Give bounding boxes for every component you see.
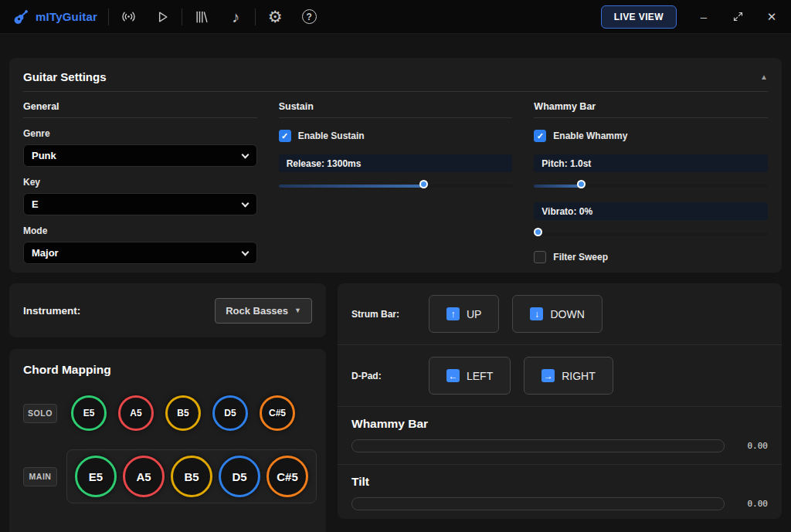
chord-label: E5 bbox=[89, 470, 103, 483]
whammy-section: Whammy Bar Enable Whammy Pitch: 1.0st Vi… bbox=[534, 101, 768, 264]
strum-up-label: UP bbox=[467, 308, 481, 320]
main-chord-group: E5A5B5D5C#5 bbox=[66, 449, 317, 503]
guitar-settings-panel: Guitar Settings ▲ General Genre Punk Key… bbox=[9, 58, 782, 273]
chord-label: B5 bbox=[177, 408, 188, 418]
chord-label: C#5 bbox=[269, 408, 286, 418]
chord-button-d5[interactable]: D5 bbox=[219, 456, 260, 497]
titlebar: mITyGuitar ♪ ⚙ ? bbox=[0, 0, 791, 34]
general-section: General Genre Punk Key E Mode Major bbox=[23, 101, 257, 264]
mode-label: Mode bbox=[23, 225, 257, 236]
up-arrow-icon: ↑ bbox=[446, 307, 460, 320]
whammy-bar-title: Whammy Bar bbox=[351, 417, 768, 431]
chord-label: B5 bbox=[184, 470, 199, 483]
live-view-button[interactable]: LIVE VIEW bbox=[601, 5, 677, 29]
enable-whammy-checkbox-row[interactable]: Enable Whammy bbox=[534, 130, 768, 142]
chord-button-b5[interactable]: B5 bbox=[171, 456, 212, 497]
chord-label: A5 bbox=[136, 470, 151, 483]
chord-button-a5[interactable]: A5 bbox=[123, 456, 165, 497]
filter-sweep-checkbox[interactable] bbox=[534, 251, 546, 263]
dpad-left-label: LEFT bbox=[467, 370, 493, 382]
chord-label: E5 bbox=[83, 408, 95, 418]
chord-label: A5 bbox=[130, 408, 141, 418]
guitar-icon bbox=[12, 8, 29, 25]
slider-fill bbox=[279, 185, 426, 188]
chord-mapping-title: Chord Mapping bbox=[23, 363, 312, 377]
solo-row: SOLO E5A5B5D5C#5 bbox=[23, 395, 312, 431]
main-badge: MAIN bbox=[23, 467, 57, 486]
chord-button-d5[interactable]: D5 bbox=[212, 395, 248, 431]
settings-gear-icon[interactable]: ⚙ bbox=[266, 8, 283, 25]
strum-down-button[interactable]: ↓ DOWN bbox=[512, 295, 602, 333]
vibrato-slider[interactable] bbox=[534, 227, 768, 241]
instrument-select-button[interactable]: Rock Basses ▼ bbox=[215, 298, 312, 324]
help-icon[interactable]: ? bbox=[300, 8, 317, 25]
guitar-settings-title: Guitar Settings bbox=[23, 70, 107, 83]
music-note-icon[interactable]: ♪ bbox=[227, 8, 244, 25]
broadcast-icon[interactable] bbox=[120, 8, 137, 25]
genre-label: Genre bbox=[23, 128, 257, 139]
whammy-header: Whammy Bar bbox=[534, 101, 768, 118]
dpad-row: D-Pad: ← LEFT → RIGHT bbox=[338, 345, 782, 407]
app-title: mITyGuitar bbox=[36, 10, 97, 23]
chord-label: C#5 bbox=[277, 470, 298, 483]
pitch-slider[interactable] bbox=[534, 179, 768, 193]
minimize-icon[interactable]: – bbox=[697, 10, 711, 24]
toolbar-separator bbox=[182, 8, 182, 25]
slider-track bbox=[534, 232, 768, 236]
chord-mapping-panel: Chord Mapping SOLO E5A5B5D5C#5 MAIN E5A5… bbox=[9, 349, 326, 532]
filter-sweep-label: Filter Sweep bbox=[553, 252, 608, 263]
collapse-arrow-icon[interactable]: ▲ bbox=[760, 73, 768, 81]
mode-select[interactable]: Major bbox=[23, 242, 257, 264]
strum-up-button[interactable]: ↑ UP bbox=[429, 295, 499, 333]
play-icon[interactable] bbox=[154, 8, 171, 25]
down-arrow-icon: ↓ bbox=[530, 307, 543, 320]
expand-icon[interactable] bbox=[731, 10, 745, 24]
filter-sweep-checkbox-row[interactable]: Filter Sweep bbox=[534, 251, 768, 263]
main-row: MAIN E5A5B5D5C#5 bbox=[23, 449, 312, 503]
whammy-bar-section: Whammy Bar 0.00 bbox=[338, 407, 782, 465]
solo-badge: SOLO bbox=[23, 404, 57, 423]
chord-button-e5[interactable]: E5 bbox=[75, 456, 117, 497]
whammy-bar-value: 0.00 bbox=[725, 441, 768, 451]
instrument-value: Rock Basses bbox=[226, 305, 288, 317]
dpad-right-label: RIGHT bbox=[562, 370, 596, 382]
left-arrow-icon: ← bbox=[446, 369, 460, 382]
strum-bar-label: Strum Bar: bbox=[351, 309, 429, 320]
genre-select[interactable]: Punk bbox=[23, 144, 257, 167]
dpad-left-button[interactable]: ← LEFT bbox=[429, 357, 511, 395]
dpad-right-button[interactable]: → RIGHT bbox=[524, 357, 613, 395]
release-value-label: Release: 1300ms bbox=[279, 154, 513, 172]
tilt-meter bbox=[351, 497, 725, 510]
key-label: Key bbox=[23, 177, 257, 188]
divider bbox=[23, 91, 768, 92]
enable-whammy-checkbox[interactable] bbox=[534, 130, 546, 142]
chord-button-cs5[interactable]: C#5 bbox=[260, 395, 295, 431]
enable-whammy-label: Enable Whammy bbox=[553, 130, 627, 141]
right-arrow-icon: → bbox=[541, 369, 555, 382]
chord-button-cs5[interactable]: C#5 bbox=[266, 456, 308, 497]
close-icon[interactable]: ✕ bbox=[765, 10, 779, 24]
chord-button-b5[interactable]: B5 bbox=[165, 395, 201, 431]
solo-chord-buttons: E5A5B5D5C#5 bbox=[71, 395, 295, 431]
sustain-section: Sustain Enable Sustain Release: 1300ms bbox=[279, 101, 513, 264]
release-slider[interactable] bbox=[279, 179, 513, 193]
enable-sustain-checkbox-row[interactable]: Enable Sustain bbox=[279, 130, 513, 142]
main-chord-buttons: E5A5B5D5C#5 bbox=[75, 456, 308, 497]
strum-down-label: DOWN bbox=[550, 308, 584, 320]
enable-sustain-checkbox[interactable] bbox=[279, 130, 291, 142]
chord-label: D5 bbox=[224, 408, 236, 418]
strum-bar-row: Strum Bar: ↑ UP ↓ DOWN bbox=[338, 283, 782, 345]
dpad-label: D-Pad: bbox=[351, 371, 429, 381]
key-select[interactable]: E bbox=[23, 193, 257, 215]
tilt-section: Tilt 0.00 bbox=[338, 465, 782, 519]
enable-sustain-label: Enable Sustain bbox=[298, 130, 365, 141]
toolbar-separator bbox=[255, 8, 256, 25]
library-icon[interactable] bbox=[193, 8, 210, 25]
slider-thumb[interactable] bbox=[577, 180, 586, 188]
chord-button-e5[interactable]: E5 bbox=[71, 395, 107, 431]
pitch-value-label: Pitch: 1.0st bbox=[534, 154, 768, 172]
instrument-label: Instrument: bbox=[23, 305, 80, 317]
instrument-panel: Instrument: Rock Basses ▼ bbox=[9, 283, 326, 337]
tilt-value: 0.00 bbox=[725, 499, 768, 509]
chord-button-a5[interactable]: A5 bbox=[118, 395, 154, 431]
